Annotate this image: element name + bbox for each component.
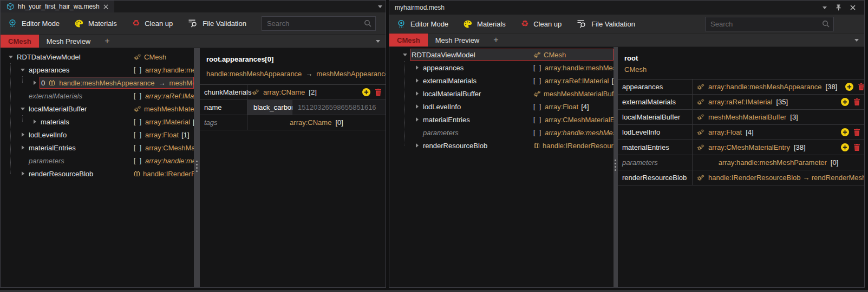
tree-node-label: localMaterialBuffer [29,105,87,113]
property-name: parameters [618,155,693,170]
delete-array-item-button[interactable] [854,129,860,136]
tree-node-renderResourceBlob[interactable]: renderResourceBlob [422,140,614,151]
chevron-down-icon[interactable] [378,5,382,8]
property-type: array:CMeshMaterialEntry [708,143,790,151]
close-icon[interactable] [103,4,108,9]
titlebar: myhairmod.mesh [389,1,864,15]
tree-row: materialEntries[ ]array:CMeshMaterialEnt… [1,141,194,154]
class-type-icon [697,144,704,151]
tree-node-localMaterialBuffer[interactable]: localMaterialBuffer [28,103,194,115]
add-array-item-button[interactable] [841,128,849,136]
delete-array-item-button[interactable] [858,83,864,90]
chevron-down-icon[interactable] [376,40,380,43]
tree-node-materialEntries[interactable]: materialEntries [422,114,614,125]
collapse-icon[interactable] [400,54,410,56]
tree-row: externalMaterials[ ]array:raRef:IMateria… [1,89,194,102]
delete-array-item-button[interactable] [854,98,860,105]
expand-icon[interactable] [30,81,40,85]
add-array-item-button[interactable] [845,83,853,91]
materials-button[interactable]: Materials [75,19,117,28]
splitter[interactable] [614,47,618,287]
tab-cmesh[interactable]: CMesh [389,34,428,47]
mesh-cube-icon [6,3,14,10]
expand-icon[interactable] [412,91,422,96]
editor-mode-button[interactable]: Editor Mode [397,19,448,28]
tree-node-RDTDataViewModel[interactable]: RDTDataViewModel [410,49,614,61]
class-type-icon [697,98,704,105]
expand-icon[interactable] [18,145,28,150]
property-type: array:CName [263,88,305,96]
tree-node-appearances[interactable]: appearances [422,62,614,74]
collapse-icon[interactable] [18,108,28,110]
tree-node-RDTDataViewModel[interactable]: RDTDataViewModel [16,51,194,63]
expand-icon[interactable] [18,132,28,137]
tree-node-parameters[interactable]: parameters [422,127,614,138]
tree-node-materials[interactable]: materials [40,116,194,128]
tree-node-lodLevelInfo[interactable]: lodLevelInfo [28,129,194,141]
tree-node-materialEntries[interactable]: materialEntries [28,142,194,154]
collapse-icon[interactable] [6,56,16,58]
tree-node-externalMaterials[interactable]: externalMaterials [422,75,614,87]
tree-node-lodLevelInfo[interactable]: lodLevelInfo [422,101,614,112]
tree-row: localMaterialBuffermeshMeshMaterialBuffe… [1,102,194,115]
name-value-field[interactable]: black_carbon [247,100,292,115]
expand-icon[interactable] [412,65,422,70]
delete-array-item-button[interactable] [375,89,381,96]
property-type: array:raRef:IMaterial [708,98,772,106]
materials-button[interactable]: Materials [464,20,506,28]
add-tab-button[interactable]: + [98,36,116,46]
tab-mesh-preview[interactable]: Mesh Preview [428,34,487,47]
add-array-item-button[interactable] [841,98,849,106]
property-table: chunkMaterialsarray:CName[2]nameblack_ca… [200,84,386,130]
property-name: lodLevelInfo [618,125,693,140]
tree-node-localMaterialBuffer[interactable]: localMaterialBuffer [422,88,614,99]
add-tab-button[interactable]: + [487,35,505,45]
name-hash-value: 15120326598655851616 [292,100,386,115]
tree-node-label: renderResourceBlob [29,170,93,178]
clean-up-label: Clean up [145,19,173,28]
tree-row: externalMaterials[ ]array:raRef:IMateria… [389,74,614,87]
tree-node-appearances[interactable]: appearances [28,64,194,76]
tree-node-label: parameters [423,129,459,137]
expand-icon[interactable] [30,120,40,124]
clean-up-button[interactable]: ♻ Clean up [521,19,562,28]
palette-icon [75,19,83,28]
tree-node-renderResourceBlob[interactable]: renderResourceBlob [28,168,194,180]
add-array-item-button[interactable] [841,143,849,151]
search-input[interactable] [709,19,822,29]
tree-node-externalMaterials[interactable]: externalMaterials [28,90,194,102]
file-validation-button[interactable]: File Validation [577,19,635,28]
file-tab[interactable]: hh_your_first_hair_wa.mesh [1,1,114,12]
expand-icon[interactable] [18,171,28,176]
close-icon[interactable] [850,5,856,10]
tree-node-label: lodLevelInfo [423,103,461,111]
chevron-down-icon[interactable] [823,6,827,9]
expand-icon[interactable] [412,143,422,148]
splitter[interactable] [194,48,200,287]
tree-node-0[interactable]: 0handle:meshMeshAppearance→meshMeshAppea… [40,77,194,89]
selected-node-path: root [624,54,859,64]
tree-node-parameters[interactable]: parameters [28,155,194,167]
splitter-grip-icon [615,160,616,161]
delete-array-item-button[interactable] [854,144,860,151]
expand-icon[interactable] [412,104,422,109]
pin-icon[interactable] [836,4,841,11]
property-type: array:handle:meshMeshAppearance [708,83,822,91]
materials-label: Materials [477,20,506,28]
collapse-icon[interactable] [18,69,28,71]
clean-up-button[interactable]: ♻ Clean up [132,19,173,28]
chevron-down-icon[interactable] [854,39,859,42]
search-box [262,16,376,31]
file-validation-button[interactable]: File Validation [188,19,246,28]
class-type-icon [697,83,704,90]
expand-icon[interactable] [412,117,422,122]
property-row: appearancesarray:handle:meshMeshAppearan… [618,79,864,95]
search-input[interactable] [266,19,364,28]
tab-cmesh[interactable]: CMesh [1,35,39,48]
titlebar: hh_your_first_hair_wa.mesh [1,1,386,12]
tab-mesh-preview[interactable]: Mesh Preview [39,35,99,48]
add-array-item-button[interactable] [362,88,370,96]
expand-icon[interactable] [412,78,422,83]
property-row: externalMaterialsarray:raRef:IMaterial[3… [618,95,864,110]
editor-mode-button[interactable]: Editor Mode [8,19,60,28]
